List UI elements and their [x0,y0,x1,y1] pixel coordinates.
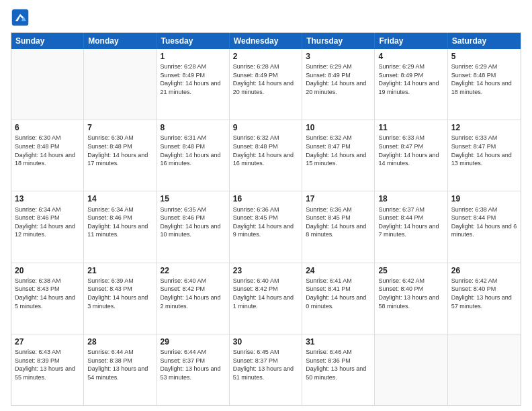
day-number: 15 [161,193,226,204]
cell-info: Sunrise: 6:45 AMSunset: 8:37 PMDaylight:… [233,348,298,381]
calendar-cell: 8Sunrise: 6:31 AMSunset: 8:48 PMDaylight… [157,120,230,191]
day-number: 23 [233,265,298,276]
calendar-cell: 15Sunrise: 6:35 AMSunset: 8:46 PMDayligh… [157,191,230,262]
day-number: 11 [378,122,443,133]
calendar-cell: 29Sunrise: 6:44 AMSunset: 8:37 PMDayligh… [157,334,230,405]
calendar-cell: 5Sunrise: 6:29 AMSunset: 8:48 PMDaylight… [448,49,521,120]
cell-info: Sunrise: 6:32 AMSunset: 8:47 PMDaylight:… [306,134,371,167]
calendar-row-3: 20Sunrise: 6:38 AMSunset: 8:43 PMDayligh… [11,263,521,334]
weekday-header-sunday: Sunday [11,33,84,49]
weekday-header-tuesday: Tuesday [157,33,230,49]
day-number: 25 [378,265,443,276]
header [11,8,521,27]
calendar-cell: 19Sunrise: 6:38 AMSunset: 8:44 PMDayligh… [448,191,521,262]
weekday-header-thursday: Thursday [302,33,375,49]
cell-info: Sunrise: 6:29 AMSunset: 8:49 PMDaylight:… [378,62,443,96]
cell-info: Sunrise: 6:44 AMSunset: 8:38 PMDaylight:… [87,348,152,381]
cell-info: Sunrise: 6:32 AMSunset: 8:48 PMDaylight:… [233,134,298,167]
cell-info: Sunrise: 6:42 AMSunset: 8:40 PMDaylight:… [451,277,517,310]
calendar-cell: 9Sunrise: 6:32 AMSunset: 8:48 PMDaylight… [230,120,302,191]
day-number: 9 [233,122,298,133]
calendar-cell [448,334,521,405]
cell-info: Sunrise: 6:40 AMSunset: 8:42 PMDaylight:… [233,277,298,310]
cell-info: Sunrise: 6:35 AMSunset: 8:46 PMDaylight:… [161,205,226,239]
svg-rect-0 [12,9,29,26]
cell-info: Sunrise: 6:36 AMSunset: 8:45 PMDaylight:… [306,205,371,239]
calendar-cell: 22Sunrise: 6:40 AMSunset: 8:42 PMDayligh… [157,263,230,334]
day-number: 7 [87,122,152,133]
calendar-cell [11,49,84,120]
cell-info: Sunrise: 6:30 AMSunset: 8:48 PMDaylight:… [87,134,152,167]
cell-info: Sunrise: 6:44 AMSunset: 8:37 PMDaylight:… [161,348,226,381]
day-number: 22 [161,265,226,276]
day-number: 31 [306,336,371,347]
day-number: 27 [15,336,80,347]
cell-info: Sunrise: 6:39 AMSunset: 8:43 PMDaylight:… [87,277,152,310]
calendar-cell: 23Sunrise: 6:40 AMSunset: 8:42 PMDayligh… [230,263,302,334]
calendar-cell [84,49,157,120]
cell-info: Sunrise: 6:38 AMSunset: 8:43 PMDaylight:… [15,277,80,310]
calendar-cell: 28Sunrise: 6:44 AMSunset: 8:38 PMDayligh… [84,334,157,405]
calendar-cell: 21Sunrise: 6:39 AMSunset: 8:43 PMDayligh… [84,263,157,334]
calendar-cell: 10Sunrise: 6:32 AMSunset: 8:47 PMDayligh… [302,120,375,191]
cell-info: Sunrise: 6:34 AMSunset: 8:46 PMDaylight:… [15,205,80,239]
cell-info: Sunrise: 6:33 AMSunset: 8:47 PMDaylight:… [378,134,443,167]
cell-info: Sunrise: 6:28 AMSunset: 8:49 PMDaylight:… [233,62,298,96]
day-number: 21 [87,265,152,276]
day-number: 1 [161,51,226,62]
cell-info: Sunrise: 6:36 AMSunset: 8:45 PMDaylight:… [233,205,298,239]
cell-info: Sunrise: 6:43 AMSunset: 8:39 PMDaylight:… [15,348,80,381]
calendar-cell: 26Sunrise: 6:42 AMSunset: 8:40 PMDayligh… [448,263,521,334]
day-number: 4 [378,51,443,62]
day-number: 10 [306,122,371,133]
day-number: 28 [87,336,152,347]
page: SundayMondayTuesdayWednesdayThursdayFrid… [0,0,532,411]
day-number: 2 [233,51,298,62]
day-number: 26 [451,265,517,276]
calendar-row-2: 13Sunrise: 6:34 AMSunset: 8:46 PMDayligh… [11,191,521,263]
calendar-cell: 27Sunrise: 6:43 AMSunset: 8:39 PMDayligh… [11,334,84,405]
calendar-cell [375,334,447,405]
cell-info: Sunrise: 6:28 AMSunset: 8:49 PMDaylight:… [161,62,226,96]
calendar-cell: 7Sunrise: 6:30 AMSunset: 8:48 PMDaylight… [84,120,157,191]
day-number: 29 [161,336,226,347]
calendar-row-0: 1Sunrise: 6:28 AMSunset: 8:49 PMDaylight… [11,49,521,120]
calendar-cell: 12Sunrise: 6:33 AMSunset: 8:47 PMDayligh… [448,120,521,191]
weekday-header-monday: Monday [84,33,157,49]
weekday-header-saturday: Saturday [448,33,521,49]
cell-info: Sunrise: 6:37 AMSunset: 8:44 PMDaylight:… [378,205,443,239]
logo [11,8,32,27]
day-number: 18 [378,193,443,204]
calendar-cell: 18Sunrise: 6:37 AMSunset: 8:44 PMDayligh… [375,191,447,262]
calendar-cell: 25Sunrise: 6:42 AMSunset: 8:40 PMDayligh… [375,263,447,334]
cell-info: Sunrise: 6:29 AMSunset: 8:49 PMDaylight:… [306,62,371,96]
day-number: 5 [451,51,517,62]
day-number: 19 [451,193,517,204]
calendar-cell: 14Sunrise: 6:34 AMSunset: 8:46 PMDayligh… [84,191,157,262]
calendar-row-1: 6Sunrise: 6:30 AMSunset: 8:48 PMDaylight… [11,120,521,191]
calendar: SundayMondayTuesdayWednesdayThursdayFrid… [11,32,521,406]
calendar-cell: 16Sunrise: 6:36 AMSunset: 8:45 PMDayligh… [230,191,302,262]
calendar-cell: 2Sunrise: 6:28 AMSunset: 8:49 PMDaylight… [230,49,302,120]
cell-info: Sunrise: 6:33 AMSunset: 8:47 PMDaylight:… [451,134,517,167]
cell-info: Sunrise: 6:40 AMSunset: 8:42 PMDaylight:… [161,277,226,310]
day-number: 6 [15,122,80,133]
day-number: 20 [15,265,80,276]
calendar-cell: 3Sunrise: 6:29 AMSunset: 8:49 PMDaylight… [302,49,375,120]
cell-info: Sunrise: 6:46 AMSunset: 8:36 PMDaylight:… [306,348,371,381]
day-number: 24 [306,265,371,276]
day-number: 12 [451,122,517,133]
cell-info: Sunrise: 6:38 AMSunset: 8:44 PMDaylight:… [451,205,517,239]
calendar-cell: 24Sunrise: 6:41 AMSunset: 8:41 PMDayligh… [302,263,375,334]
day-number: 3 [306,51,371,62]
calendar-header: SundayMondayTuesdayWednesdayThursdayFrid… [11,33,521,49]
calendar-body: 1Sunrise: 6:28 AMSunset: 8:49 PMDaylight… [11,49,521,405]
calendar-cell: 20Sunrise: 6:38 AMSunset: 8:43 PMDayligh… [11,263,84,334]
weekday-header-friday: Friday [375,33,447,49]
logo-icon [11,8,30,27]
day-number: 13 [15,193,80,204]
cell-info: Sunrise: 6:31 AMSunset: 8:48 PMDaylight:… [161,134,226,167]
day-number: 30 [233,336,298,347]
calendar-cell: 4Sunrise: 6:29 AMSunset: 8:49 PMDaylight… [375,49,447,120]
cell-info: Sunrise: 6:29 AMSunset: 8:48 PMDaylight:… [451,62,517,96]
